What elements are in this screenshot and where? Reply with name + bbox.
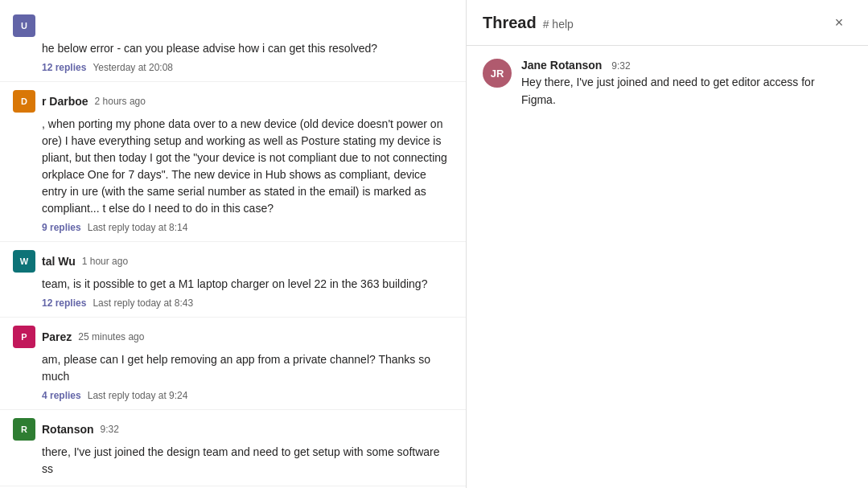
author-name: Parez xyxy=(42,330,72,343)
avatar: R xyxy=(13,418,35,441)
thread-avatar-initials: JR xyxy=(491,68,504,80)
timestamp: 2 hours ago xyxy=(95,96,146,107)
thread-time: 9:32 xyxy=(611,60,630,72)
last-reply-time: Yesterday at 20:08 xyxy=(93,62,173,73)
message-header: D r Darboe 2 hours ago xyxy=(13,90,453,113)
thread-title: Thread xyxy=(483,14,537,32)
message-item: D r Darboe 2 hours ago , when porting my… xyxy=(0,82,466,242)
thread-content: Jane Rotanson 9:32 Hey there, I've just … xyxy=(521,59,852,109)
replies-row: 4 replies Last reply today at 9:24 xyxy=(42,390,453,401)
thread-header: Thread # help × xyxy=(467,0,868,46)
close-button[interactable]: × xyxy=(826,10,852,35)
left-panel: U he below error - can you please advise… xyxy=(0,0,467,488)
last-reply-time: Last reply today at 8:43 xyxy=(93,297,193,309)
last-reply-time: Last reply today at 8:14 xyxy=(88,222,188,233)
replies-link[interactable]: 12 replies xyxy=(42,62,86,73)
author-name: r Darboe xyxy=(42,95,88,108)
replies-row: 9 replies Last reply today at 8:14 xyxy=(42,222,453,233)
message-header: R Rotanson 9:32 xyxy=(13,418,453,441)
replies-row: 12 replies Last reply today at 8:43 xyxy=(42,297,453,309)
timestamp: 1 hour ago xyxy=(82,256,128,267)
replies-link[interactable]: 12 replies xyxy=(42,297,86,309)
message-item: W tal Wu 1 hour ago team, is it possible… xyxy=(0,242,466,318)
message-header: U xyxy=(13,14,453,37)
replies-row: 12 replies Yesterday at 20:08 xyxy=(42,62,453,73)
timestamp: 9:32 xyxy=(101,424,119,435)
avatar: D xyxy=(13,90,35,113)
message-body: he below error - can you please advise h… xyxy=(42,40,453,57)
thread-panel: Thread # help × JR Jane Rotanson 9:32 He… xyxy=(467,0,868,488)
message-header: W tal Wu 1 hour ago xyxy=(13,250,453,273)
thread-body: JR Jane Rotanson 9:32 Hey there, I've ju… xyxy=(467,46,868,488)
message-header: P Parez 25 minutes ago xyxy=(13,326,453,348)
message-body: team, is it possible to get a M1 laptop … xyxy=(42,276,453,293)
thread-message-meta: Jane Rotanson 9:32 xyxy=(521,59,852,72)
thread-avatar: JR xyxy=(483,59,512,88)
avatar: P xyxy=(13,326,35,348)
avatar: U xyxy=(13,14,35,37)
message-item: R Rotanson 9:32 there, I've just joined … xyxy=(0,410,466,486)
thread-channel: # help xyxy=(543,18,574,31)
message-item: P Parez 25 minutes ago am, please can I … xyxy=(0,318,466,410)
message-body: am, please can I get help removing an ap… xyxy=(42,351,453,385)
timestamp: 25 minutes ago xyxy=(78,331,144,342)
thread-text: Hey there, I've just joined and need to … xyxy=(521,73,852,109)
replies-link[interactable]: 4 replies xyxy=(42,390,81,401)
avatar: W xyxy=(13,250,35,273)
thread-message: JR Jane Rotanson 9:32 Hey there, I've ju… xyxy=(483,59,852,109)
message-body: there, I've just joined the design team … xyxy=(42,444,453,478)
thread-title-area: Thread # help xyxy=(483,14,574,32)
replies-link[interactable]: 9 replies xyxy=(42,222,81,233)
message-item: U he below error - can you please advise… xyxy=(0,6,466,82)
last-reply-time: Last reply today at 9:24 xyxy=(88,390,188,401)
author-name: Rotanson xyxy=(42,423,94,436)
message-body: , when porting my phone data over to a n… xyxy=(42,116,453,217)
author-name: tal Wu xyxy=(42,255,76,268)
thread-author: Jane Rotanson xyxy=(521,59,602,72)
